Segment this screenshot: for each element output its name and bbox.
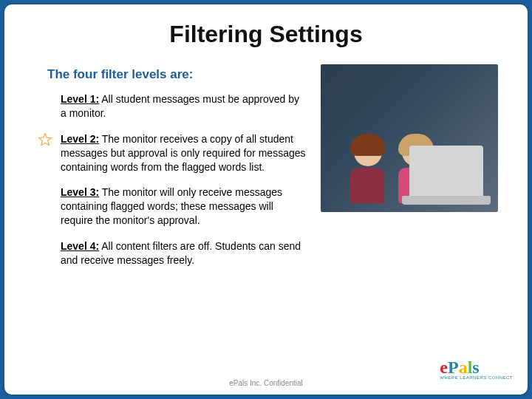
epals-logo: ePals WHERE LEARNERS CONNECT <box>440 358 513 380</box>
logo-tagline: WHERE LEARNERS CONNECT <box>440 375 513 380</box>
illustration-photo <box>321 64 498 212</box>
text-column: The four filter levels are: Level 1: All… <box>34 67 307 279</box>
level-3: Level 3: The monitor will only receive m… <box>61 185 307 228</box>
content-row: The four filter levels are: Level 1: All… <box>34 67 498 279</box>
slide: Filtering Settings The four filter level… <box>4 4 528 395</box>
subheading: The four filter levels are: <box>47 67 307 82</box>
person-1 <box>350 138 386 205</box>
slide-title: Filtering Settings <box>34 21 498 48</box>
star-icon <box>38 133 52 146</box>
level-2-label: Level 2: <box>61 133 99 145</box>
level-4: Level 4: All content filters are off. St… <box>61 239 307 267</box>
laptop-graphic <box>409 146 483 197</box>
level-2: Level 2: The monitor receives a copy of … <box>61 132 307 174</box>
level-4-label: Level 4: <box>61 240 99 252</box>
level-3-label: Level 3: <box>61 186 99 198</box>
level-1-label: Level 1: <box>61 93 99 105</box>
svg-marker-0 <box>39 134 52 146</box>
level-1: Level 1: All student messages must be ap… <box>61 92 307 120</box>
footer-text: ePals Inc. Confidential <box>4 379 528 387</box>
